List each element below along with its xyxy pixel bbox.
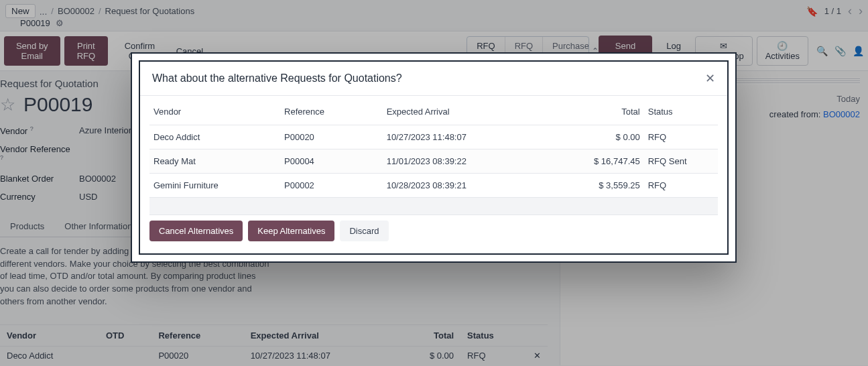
mcell-vendor: Deco Addict bbox=[149, 125, 280, 149]
table-row[interactable]: Gemini Furniture P00002 10/28/2023 08:39… bbox=[149, 174, 718, 198]
mcol-status: Status bbox=[644, 99, 718, 125]
table-row[interactable]: Ready Mat P00004 11/01/2023 08:39:22 $ 1… bbox=[149, 149, 718, 174]
mcell-total: $ 3,559.25 bbox=[553, 174, 644, 198]
mcell-vendor: Ready Mat bbox=[149, 149, 280, 174]
mcol-total: Total bbox=[553, 99, 644, 125]
mcol-vendor: Vendor bbox=[149, 99, 280, 125]
mcell-ref: P00004 bbox=[280, 149, 383, 174]
modal-header: What about the alternative Requests for … bbox=[140, 62, 727, 96]
mcell-ref: P00002 bbox=[280, 174, 383, 198]
mcell-status: RFQ bbox=[644, 125, 718, 149]
modal-title: What about the alternative Requests for … bbox=[152, 72, 402, 84]
mcell-status: RFQ Sent bbox=[644, 149, 718, 174]
mcell-arrival: 10/27/2023 11:48:07 bbox=[383, 125, 553, 149]
mcol-arrival: Expected Arrival bbox=[383, 99, 553, 125]
modal-table: Vendor Reference Expected Arrival Total … bbox=[149, 99, 718, 215]
empty-row bbox=[149, 198, 718, 215]
mcell-status: RFQ bbox=[644, 174, 718, 198]
discard-button[interactable]: Discard bbox=[340, 221, 388, 241]
mcell-arrival: 10/28/2023 08:39:21 bbox=[383, 174, 553, 198]
cancel-alternatives-button[interactable]: Cancel Alternatives bbox=[149, 221, 243, 241]
mcell-arrival: 11/01/2023 08:39:22 bbox=[383, 149, 553, 174]
table-row[interactable]: Deco Addict P00020 10/27/2023 11:48:07 $… bbox=[149, 125, 718, 149]
modal-body: Vendor Reference Expected Arrival Total … bbox=[140, 96, 727, 253]
mcol-ref: Reference bbox=[280, 99, 383, 125]
mcell-total: $ 0.00 bbox=[553, 125, 644, 149]
keep-alternatives-button[interactable]: Keep Alternatives bbox=[248, 221, 334, 241]
close-icon[interactable]: ✕ bbox=[705, 71, 715, 86]
mcell-ref: P00020 bbox=[280, 125, 383, 149]
mcell-total: $ 16,747.45 bbox=[553, 149, 644, 174]
mcell-vendor: Gemini Furniture bbox=[149, 174, 280, 198]
modal-footer: Cancel Alternatives Keep Alternatives Di… bbox=[149, 215, 718, 244]
alternatives-modal: What about the alternative Requests for … bbox=[132, 54, 735, 261]
